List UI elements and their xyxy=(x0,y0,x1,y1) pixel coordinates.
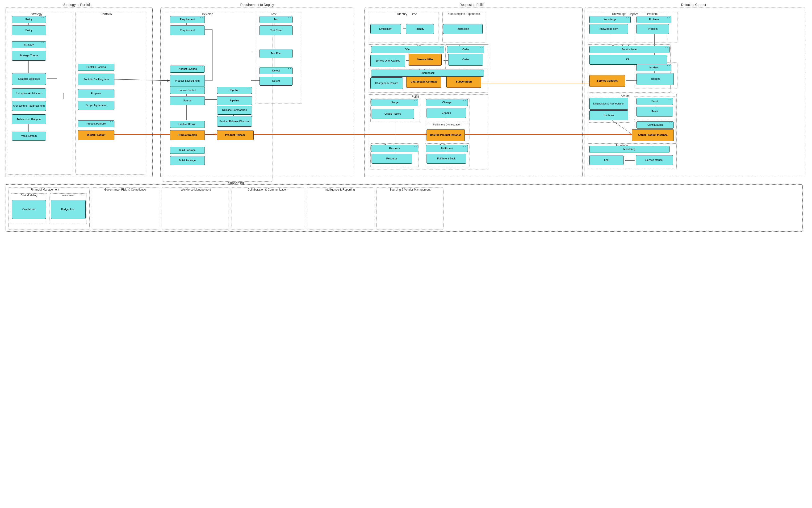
architecture-roadmap-node: Architecture Roadmap Item xyxy=(12,101,46,111)
offer-group-node: Offer ⌃⌃ xyxy=(371,46,444,53)
offer-chevron: ⌃⌃ xyxy=(439,47,443,49)
kpi-node: KPI xyxy=(589,55,667,65)
collab-label: Collaboration & Communication xyxy=(238,188,297,191)
strategic-theme-node: Strategic Theme xyxy=(12,51,46,60)
test-case-node: Test Case xyxy=(259,26,292,35)
prod-design-chevron: ⌃⌃ xyxy=(200,122,204,124)
intel-label: Intelligence & Reporting xyxy=(314,188,366,191)
identity-node: Identity xyxy=(406,24,434,34)
sourcing-label: Sourcing & Vendor Management xyxy=(382,188,438,191)
change-node: Change xyxy=(427,108,466,118)
sub-label-portfolio: Portfolio xyxy=(97,12,116,16)
architecture-blueprint-node: Architecture Blueprint xyxy=(12,114,46,124)
sub-label-problem: Problem xyxy=(644,12,660,15)
subscription-node: Subscription xyxy=(446,76,481,88)
portfolio-backlog-item-node: Portfolio Backlog Item xyxy=(78,74,114,85)
intel-box xyxy=(307,187,374,229)
fulfillment-book-node: Fulfillment Book xyxy=(427,154,466,164)
sourcing-box xyxy=(376,187,444,229)
problem-group-chevron: ⌃⌃ xyxy=(666,17,670,19)
change-group-node: Change ⌃⌃ xyxy=(426,99,468,106)
financial-mgmt-label: Financial Management xyxy=(24,188,66,191)
investment-label: Investment xyxy=(51,194,84,197)
test-chevron: ⌃⌃ xyxy=(288,17,291,19)
product-backlog-group-node: Product Backlog ⌃⌃ xyxy=(170,66,205,73)
release-composition-group-node: Release Composition ⌃⌃ xyxy=(217,105,252,115)
service-level-group-node: Service Level ⌃⌃ xyxy=(589,46,669,53)
chargeback-record-node: Chargeback Record xyxy=(370,77,403,89)
fulfillment-chevron: ⌃⌃ xyxy=(463,146,466,149)
portfolio-backlog-chevron: ⌃⌃ xyxy=(110,65,113,67)
diagnostics-node: Diagnostics & Remediation xyxy=(589,98,628,110)
strategy-group-chevron: ⌃⌃ xyxy=(41,42,45,45)
digital-product-node: Digital Product xyxy=(78,130,114,140)
pipeline-chevron: ⌃⌃ xyxy=(247,87,251,90)
sub-label-knowledge: Knowledge xyxy=(609,12,630,15)
resource-chevron: ⌃⌃ xyxy=(413,146,417,149)
build-pkg-chevron: ⌃⌃ xyxy=(200,147,204,150)
service-monitor-node: Service Monitor xyxy=(636,155,673,165)
incident-chevron: ⌃⌃ xyxy=(666,65,670,68)
workforce-mgmt-label: Workforce Management xyxy=(172,188,219,191)
sub-label-fulfillment-orch: Fulfillment Orchestration xyxy=(426,123,468,126)
enterprise-architecture-node: Enterprise Architecture xyxy=(12,88,46,98)
budget-item-node: Budget Item xyxy=(51,200,86,219)
portfolio-backlog-group-node: Portfolio Backlog ⌃⌃ xyxy=(78,64,114,71)
product-design-group-node: Product Design ⌃⌃ xyxy=(170,121,205,128)
usage-group-node: Usage ⌃⌃ xyxy=(371,99,418,106)
product-portfolio-group-node: Product Portfolio ⌃⌃ xyxy=(78,120,114,127)
entitlement-node: Entitlement xyxy=(370,24,401,34)
section-label-r2d: Requirement to Deploy xyxy=(160,3,354,7)
product-backlog-item-node: Product Backlog Item xyxy=(170,75,205,87)
sub-label-develop: Develop xyxy=(198,12,217,16)
prod-backlog-chevron: ⌃⌃ xyxy=(200,66,204,69)
sub-label-consexp: Consumption Experience xyxy=(444,12,485,15)
incident-group-node: Incident ⌃⌃ xyxy=(637,64,672,71)
scope-agreement-node: Scope Agreement xyxy=(78,101,114,110)
runbook-node: Runbook xyxy=(589,111,628,120)
order-node: Order xyxy=(448,54,483,66)
chargeback-group-node: Chargeback ⌃⌃ xyxy=(371,70,484,77)
knowledge-group-node: Knowledge ⌃⌃ xyxy=(589,16,631,23)
log-node: Log xyxy=(589,155,623,165)
order-group-node: Order ⌃⌃ xyxy=(447,46,484,53)
order-chevron: ⌃⌃ xyxy=(479,47,483,49)
source-node: Source xyxy=(170,96,205,105)
chargeback-chevron: ⌃⌃ xyxy=(479,70,483,73)
service-contract-node: Service Contract xyxy=(589,75,625,87)
interaction-node: Interaction xyxy=(443,24,483,34)
product-portfolio-chevron: ⌃⌃ xyxy=(110,121,113,124)
policy-node: Policy xyxy=(12,26,46,35)
sub-label-test: Test xyxy=(267,12,281,16)
chargeback-contract-node: Chargeback Contract xyxy=(406,76,441,88)
resource-node: Resource xyxy=(372,154,412,164)
cost-model-node: Cost Model xyxy=(12,200,46,219)
test-plan-node: Test Plan xyxy=(259,49,292,58)
problem-node: Problem xyxy=(637,24,669,34)
proposal-node: Proposal xyxy=(78,89,114,98)
policy-group-node: Policy ⌃⌃ xyxy=(12,16,46,23)
actual-product-instance-node: Actual Product Instance xyxy=(632,129,674,141)
event-chevron: ⌃⌃ xyxy=(668,98,672,101)
workforce-mgmt-box xyxy=(162,187,229,229)
rel-comp-chevron: ⌃⌃ xyxy=(247,107,251,109)
requirement-node: Requirement xyxy=(170,26,205,35)
sub-label-strategy: Strategy xyxy=(27,12,46,16)
knowledge-chevron: ⌃⌃ xyxy=(625,17,630,19)
section-label-r2f: Request to Fulfill xyxy=(366,3,578,7)
defect-group-node: Defect ⌃⌃ xyxy=(259,67,292,74)
config-chevron: ⌃⌃ xyxy=(669,122,673,125)
value-stream-node: Value Stream xyxy=(12,132,46,140)
resource-group-node: Resource ⌃⌃ xyxy=(371,145,418,152)
fulfillment-group-node: Fulfillment ⌃⌃ xyxy=(426,145,468,152)
source-control-chevron: ⌃⌃ xyxy=(200,87,204,90)
monitoring-group-node: Monitoring ⌃⌃ xyxy=(589,146,669,153)
cost-modeling-label: Cost Modeling xyxy=(12,194,46,197)
configuration-group-node: Configuration ⌃⌃ xyxy=(637,122,674,129)
change-chevron: ⌃⌃ xyxy=(463,100,466,102)
pipeline-group-node: Pipeline ⌃⌃ xyxy=(217,87,252,94)
strategy-group-node: Strategy ⌃⌃ xyxy=(12,41,46,48)
grc-box xyxy=(92,187,159,229)
grc-label: Governance, Risk, & Compliance xyxy=(99,188,151,191)
product-design-node: Product Design xyxy=(170,130,205,140)
